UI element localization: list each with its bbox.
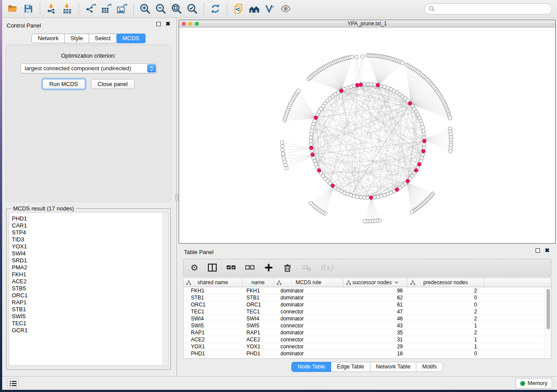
table-row[interactable]: SWI4SWI4dominator462	[183, 315, 551, 322]
table-row[interactable]: YOX1YOX1connector291	[183, 343, 551, 350]
columns-icon[interactable]	[208, 263, 217, 272]
tab-mcds[interactable]: MCDS	[117, 34, 145, 43]
table-scrollbar[interactable]	[545, 287, 551, 358]
task-history-button[interactable]	[7, 378, 19, 388]
select-all-icon[interactable]	[226, 263, 236, 272]
table-row[interactable]: SWI5SWI5connector431	[183, 322, 551, 329]
table-cell: 62	[343, 294, 407, 301]
export-network-icon[interactable]	[83, 2, 98, 16]
tab-edge-table[interactable]: Edge Table	[331, 362, 370, 372]
clone-network-icon[interactable]	[231, 2, 246, 16]
column-label: predecessor nodes	[423, 279, 468, 285]
memory-button[interactable]: Memory	[515, 378, 552, 389]
table-cell: 0	[407, 294, 484, 301]
network-graph[interactable]	[179, 28, 555, 243]
column-label: MCDS role	[296, 279, 322, 285]
export-image-icon[interactable]	[114, 2, 130, 16]
column-header-predecessor-nodes[interactable]: predecessor nodes	[407, 278, 484, 287]
close-panel-button[interactable]: Close panel	[91, 79, 135, 89]
column-header-name[interactable]: name	[242, 278, 273, 287]
result-node[interactable]: FKH1	[9, 271, 168, 278]
splitter-grip[interactable]	[175, 194, 178, 201]
table-cell: dominator	[273, 287, 343, 294]
network-titlebar[interactable]: YPA_prune.txt_1	[179, 20, 555, 28]
result-node[interactable]: YOX1	[9, 243, 168, 250]
table-cell: 2	[407, 308, 484, 315]
column-header-successor-nodes[interactable]: successor nodes	[343, 278, 407, 287]
column-header-MCDS-role[interactable]: MCDS role	[273, 278, 343, 287]
zoom-out-icon[interactable]	[153, 2, 169, 16]
control-panel-title: Control Panel	[7, 22, 41, 29]
search-input[interactable]	[437, 6, 548, 12]
table-cell: STB1	[242, 294, 273, 301]
tab-network-table[interactable]: Network Table	[370, 362, 417, 372]
result-list-scrollbar[interactable]	[163, 213, 167, 365]
deselect-all-icon[interactable]	[245, 263, 255, 272]
zoom-fit-icon[interactable]	[169, 2, 184, 16]
right-column: YPA_prune.txt_1 Table Panel ✖ ⚙f(x)	[179, 18, 557, 376]
result-node[interactable]: PMA2	[9, 264, 168, 271]
table-cell: connector	[273, 308, 343, 315]
tab-style[interactable]: Style	[65, 34, 89, 43]
optimization-select[interactable]: largest connected component (undirected)	[21, 63, 157, 73]
result-node[interactable]: SRD1	[9, 257, 168, 264]
network-canvas[interactable]	[179, 28, 555, 243]
close-table-panel-icon[interactable]: ✖	[545, 248, 550, 253]
table-row[interactable]: STB1STB1dominator620	[183, 294, 551, 301]
column-header-shared-name[interactable]: shared name	[183, 278, 242, 287]
import-network-icon[interactable]	[44, 2, 59, 16]
table-cell: 35	[343, 329, 407, 336]
mcds-result-list[interactable]: PHD1CAR1STP4TID3YOX1SWI4SRD1PMA2FKH1ACE2…	[9, 212, 168, 366]
table-row[interactable]: RAP1RAP1dominator352	[183, 329, 551, 336]
table-cell: SWI4	[183, 315, 242, 322]
result-node[interactable]: RAP1	[9, 299, 168, 306]
mcds-tab-content: Optimization criterion: largest connecte…	[6, 45, 171, 202]
result-node[interactable]: GCR1	[9, 327, 168, 334]
result-node[interactable]: STB1	[9, 306, 168, 313]
open-folder-icon[interactable]	[5, 2, 21, 16]
tab-network[interactable]: Network	[31, 34, 65, 43]
gear-icon[interactable]: ⚙	[190, 263, 198, 272]
search-box[interactable]	[424, 3, 552, 14]
toggle-graphics-details-icon[interactable]	[262, 2, 278, 16]
result-node[interactable]: SWI4	[9, 250, 168, 257]
run-mcds-button[interactable]: Run MCDS	[42, 79, 85, 89]
table-row[interactable]: PHD1PHD1dominator180	[183, 350, 551, 357]
zoom-selected-icon[interactable]	[184, 2, 200, 16]
table-row[interactable]: TEC1TEC1connector472	[183, 308, 551, 315]
result-node[interactable]: STP4	[9, 229, 168, 236]
panel-splitter[interactable]	[175, 18, 179, 376]
table-cell: 0	[407, 301, 484, 308]
refresh-icon[interactable]	[208, 2, 223, 16]
close-panel-icon[interactable]: ✖	[166, 22, 170, 26]
result-node[interactable]: SWI5	[9, 313, 168, 320]
result-node[interactable]: ORC1	[9, 292, 168, 299]
save-icon[interactable]	[21, 2, 36, 16]
result-node[interactable]: ACE2	[9, 278, 168, 285]
table-panel-header: Table Panel ✖	[179, 244, 556, 256]
tab-select[interactable]: Select	[89, 34, 117, 43]
table-row[interactable]: ORC1ORC1dominator610	[183, 301, 551, 308]
float-panel-icon[interactable]	[156, 22, 161, 26]
show-hide-eye-icon[interactable]	[278, 2, 294, 16]
desktop: Control Panel ✖ NetworkStyleSelectMCDS O…	[0, 0, 557, 392]
network-title: YPA_prune.txt_1	[179, 21, 555, 27]
result-node[interactable]: STB5	[9, 285, 168, 292]
result-node[interactable]: TID3	[9, 236, 168, 243]
tab-motifs[interactable]: Motifs	[416, 362, 443, 372]
memory-label: Memory	[528, 380, 547, 386]
float-table-panel-icon[interactable]	[536, 248, 540, 253]
table-scrollbar-thumb[interactable]	[547, 289, 550, 329]
overview-houses-icon[interactable]	[246, 2, 262, 16]
tab-node-table[interactable]: Node Table	[291, 362, 331, 372]
result-node[interactable]: CAR1	[9, 222, 168, 229]
result-node[interactable]: PHD1	[9, 215, 168, 222]
import-table-icon[interactable]	[59, 2, 75, 16]
result-node[interactable]: TEC1	[9, 320, 168, 327]
table-row[interactable]: FKH1FKH1dominator962	[183, 287, 551, 294]
zoom-in-icon[interactable]	[137, 2, 153, 16]
export-table-icon[interactable]	[98, 2, 114, 16]
delete-row-icon[interactable]	[283, 263, 292, 272]
table-row[interactable]: ACE2ACE2connector311	[183, 336, 551, 343]
add-row-icon[interactable]	[264, 263, 273, 272]
